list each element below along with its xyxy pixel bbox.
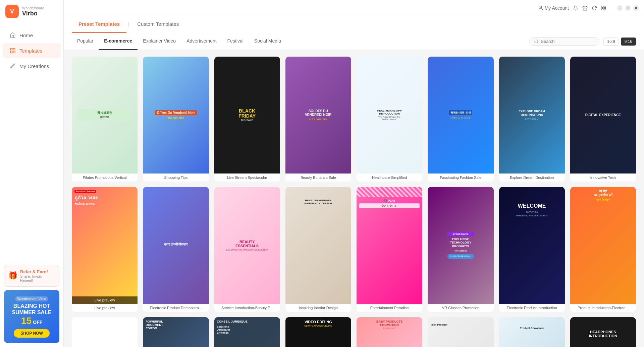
thumb-16: नई पीढ़ीअब प्रकाशित करें महान डिजाइन [570, 187, 636, 304]
template-card-3[interactable]: BLACKFRIDAY BIG SALE Live Stream Spectac… [214, 57, 280, 182]
template-card-14[interactable]: Brand Name EXCLUSIVETECHNOLOGYPRODUCTS V… [428, 187, 493, 312]
label-2: Shopping Tips [143, 174, 209, 182]
svg-rect-8 [602, 8, 603, 10]
template-card-20[interactable]: VIDEO EDITING NEW FEATURES ONLINE Video … [285, 317, 351, 347]
account-button[interactable]: My Account [538, 5, 569, 11]
thumb-9: Fashion Channel ดูตัวอ างสด คืนเม็ดเงิน … [72, 187, 138, 304]
tab-custom[interactable]: Custom Templates [130, 16, 185, 33]
template-card-7[interactable]: EXPLORE DREAMDESTINATIONS LET'S GO ➤ Exp… [499, 57, 565, 182]
template-card-22[interactable]: Tech Product Tech Product [428, 317, 493, 347]
live-preview-overlay: Live preview [72, 296, 138, 304]
tab-preset[interactable]: Preset Templates [72, 16, 126, 33]
close-button[interactable]: ✕ [633, 5, 639, 11]
template-card-13[interactable]: 🎮 PLAY 楽さを楽しむ Entertainment Paradise [357, 187, 422, 312]
svg-point-4 [540, 6, 541, 8]
logo: V Wondershare Virbo [0, 0, 63, 23]
sidebar-item-home[interactable]: Home [3, 28, 61, 43]
label-12: Inspiring Interior Design [285, 304, 351, 312]
template-card-9[interactable]: Fashion Channel ดูตัวอ างสด คืนเม็ดเงิน … [72, 187, 138, 312]
label-5: Healthcare Simplified [357, 174, 422, 182]
tab-row: Preset Templates | Custom Templates [72, 16, 636, 33]
template-card-5[interactable]: HEALTHCARE APPINTRODUCTION The Right Cho… [357, 57, 422, 182]
thumb-13: 🎮 PLAY 楽さを楽しむ [357, 187, 422, 304]
template-card-17[interactable]: JEWEL EARRINGS|NECKLACES|BRACELETS Jewel [72, 317, 138, 347]
promo-discount-area: 15 OFF [9, 316, 54, 326]
thumb-15: WELCOME 2023/07/20 Electronic Product La… [499, 187, 565, 304]
sidebar-item-templates[interactable]: Templates [3, 43, 61, 58]
template-card-6[interactable]: 독특한 의류 라인 패셔넌트 젠 스타일 Fascinating Fashion… [428, 57, 493, 182]
svg-rect-9 [604, 8, 606, 10]
label-6: Fascinating Fashion Sale [428, 174, 493, 182]
svg-rect-6 [602, 6, 603, 8]
sidebar: V Wondershare Virbo Home Templates My Cr… [0, 0, 64, 347]
thumb-6: 독특한 의류 라인 패셔넌트 젠 스타일 [428, 57, 493, 174]
svg-point-10 [535, 40, 538, 43]
sidebar-nav: Home Templates My Creations [0, 23, 63, 261]
notification-button[interactable] [573, 5, 578, 11]
label-11: Service Introduction-Beauty P... [214, 304, 280, 312]
templates-grid: 普拉提塑形课程优惠 Pilates Promotions Vertical Of… [64, 50, 644, 347]
thumb-19: CONSEIL JURIDIQUE SolutionsJuridiquesEff… [214, 317, 280, 347]
filter-social[interactable]: Social Media [249, 33, 286, 50]
template-card-12[interactable]: HERAUSRAGENDESINNENARCHITEKTUR Inspiring… [285, 187, 351, 312]
thumb-2: Offres Du Vendredi Noir $50 $60 $80 [143, 57, 209, 174]
ratio-16-9[interactable]: 16:9 [603, 38, 619, 46]
thumb-5: HEALTHCARE APPINTRODUCTION The Right Cho… [357, 57, 422, 174]
template-card-15[interactable]: WELCOME 2023/07/20 Electronic Product La… [499, 187, 565, 312]
template-card-21[interactable]: BABY PRODUCTSPROMOTION PRIME DAY Baby Pr… [357, 317, 422, 347]
logo-name: Virbo [22, 10, 44, 17]
template-card-24[interactable]: HEADPHONESINTRODUCTION HEADPHONES INTROD… [570, 317, 636, 347]
thumb-10: उत्तर तकनीकीबाज़ार [143, 187, 209, 304]
filter-ecommerce[interactable]: E-commerce [99, 33, 138, 50]
thumb-7: EXPLORE DREAMDESTINATIONS LET'S GO ➤ [499, 57, 565, 174]
thumb-20: VIDEO EDITING NEW FEATURES ONLINE [285, 317, 351, 347]
thumb-8: DIGITAL EXPERIENCE [570, 57, 636, 174]
template-card-19[interactable]: CONSEIL JURIDIQUE SolutionsJuridiquesEff… [214, 317, 280, 347]
sidebar-item-creations[interactable]: My Creations [3, 59, 61, 73]
thumb-14: Brand Name EXCLUSIVETECHNOLOGYPRODUCTS V… [428, 187, 493, 304]
template-card-23[interactable]: Product Showcase Product Showcase [499, 317, 565, 347]
label-4: Beauty Bonanza Sale [285, 174, 351, 182]
filter-advertisement[interactable]: Advertisement [181, 33, 222, 50]
sidebar-item-templates-label: Templates [19, 48, 42, 54]
template-card-11[interactable]: BEAUTYESSENTIALS EXCEPTIONAL MAKEUP COLL… [214, 187, 280, 312]
label-1: Pilates Promotions Vertical [72, 174, 138, 182]
label-10: Electronic Product Demonstra... [143, 304, 209, 312]
svg-rect-2 [10, 51, 12, 53]
thumb-24: HEADPHONESINTRODUCTION [570, 317, 636, 347]
account-label: My Account [545, 5, 569, 11]
filter-row: Popular E-commerce Explainer Video Adver… [64, 33, 644, 50]
thumb-4: SOLDES DUVENDREDI NOIR MAX 50% OFF [285, 57, 351, 174]
refresh-button[interactable] [592, 5, 597, 11]
template-card-16[interactable]: नई पीढ़ीअब प्रकाशित करें महान डिजाइन Pro… [570, 187, 636, 312]
template-card-18[interactable]: POWERFULDOCUMENTEDITOR Powerful Document… [143, 317, 209, 347]
filter-festival[interactable]: Festival [222, 33, 249, 50]
grid-button[interactable] [601, 5, 606, 11]
search-input[interactable] [541, 39, 594, 44]
promo-off: OFF [33, 320, 42, 325]
window-controls: ─ □ ✕ [617, 5, 639, 11]
label-15: Electronic Product Introduction [499, 304, 565, 312]
template-card-1[interactable]: 普拉提塑形课程优惠 Pilates Promotions Vertical [72, 57, 138, 182]
thumb-18: POWERFULDOCUMENTEDITOR [143, 317, 209, 347]
refer-card[interactable]: 🎁 Refer & Earn! Share, Invite, Repeat! [4, 265, 59, 287]
sidebar-item-home-label: Home [19, 32, 33, 38]
promo-percent: 15 [21, 316, 32, 326]
filter-popular[interactable]: Popular [72, 33, 99, 50]
template-card-10[interactable]: उत्तर तकनीकीबाज़ार Electronic Product De… [143, 187, 209, 312]
ratio-9-16[interactable]: 9:16 [621, 38, 636, 46]
gift-button[interactable] [582, 5, 588, 11]
refer-text: Refer & Earn! Share, Invite, Repeat! [20, 269, 55, 282]
minimize-button[interactable]: ─ [617, 5, 623, 11]
template-card-4[interactable]: SOLDES DUVENDREDI NOIR MAX 50% OFF Beaut… [285, 57, 351, 182]
filter-explainer[interactable]: Explainer Video [138, 33, 181, 50]
label-9: Live preview [72, 304, 138, 312]
titlebar-actions: My Account [538, 5, 606, 11]
promo-shop-button[interactable]: SHOP NOW [14, 329, 49, 338]
template-card-2[interactable]: Offres Du Vendredi Noir $50 $60 $80 Shop… [143, 57, 209, 182]
template-card-8[interactable]: DIGITAL EXPERIENCE Innovative Tech [570, 57, 636, 182]
maximize-button[interactable]: □ [625, 5, 631, 11]
promo-card: Wondershare Virbo BLAZING HOT SUMMER SAL… [4, 290, 59, 343]
sidebar-item-creations-label: My Creations [19, 63, 49, 69]
search-box [529, 37, 599, 46]
